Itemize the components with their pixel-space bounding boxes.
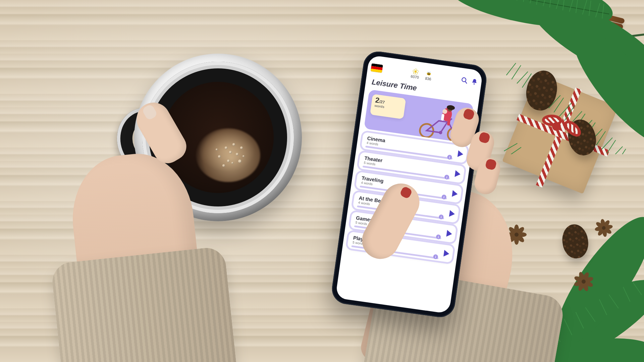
play-icon[interactable] <box>452 190 458 197</box>
svg-line-41 <box>622 287 631 302</box>
svg-line-15 <box>522 0 527 2</box>
scene-photo-background: 6070 836 <box>0 0 644 362</box>
svg-line-14 <box>517 0 522 1</box>
cinnamon-sticks <box>536 0 625 39</box>
star-anise <box>570 268 597 295</box>
search-icon[interactable] <box>460 76 469 84</box>
svg-line-75 <box>465 81 467 83</box>
pine-cone <box>560 223 590 260</box>
play-icon[interactable] <box>446 230 452 237</box>
progress-unit: words <box>374 104 401 111</box>
svg-line-38 <box>585 307 595 322</box>
svg-line-40 <box>609 294 618 309</box>
svg-line-39 <box>598 299 608 315</box>
bee-points-value: 836 <box>425 76 432 81</box>
svg-point-44 <box>515 233 519 237</box>
play-icon[interactable] <box>458 150 464 158</box>
flower-points-value: 6070 <box>411 74 419 79</box>
progress-card: 2/27 words <box>370 94 406 119</box>
svg-line-36 <box>563 319 573 335</box>
progress-total: 27 <box>380 100 385 105</box>
play-icon[interactable] <box>454 170 461 178</box>
svg-point-76 <box>474 83 475 84</box>
bee-points[interactable]: 836 <box>425 70 433 81</box>
flower-icon <box>412 68 420 75</box>
play-icon[interactable] <box>443 250 450 257</box>
bell-icon[interactable] <box>470 78 479 86</box>
svg-line-16 <box>530 0 535 4</box>
flower-points[interactable]: 6070 <box>411 68 420 79</box>
star-anise <box>593 218 614 239</box>
language-flag-german[interactable] <box>371 63 383 73</box>
left-sweater-sleeve <box>51 246 238 362</box>
svg-line-37 <box>575 312 585 328</box>
bee-icon <box>425 70 433 77</box>
svg-line-42 <box>633 282 642 296</box>
play-icon[interactable] <box>449 210 455 218</box>
